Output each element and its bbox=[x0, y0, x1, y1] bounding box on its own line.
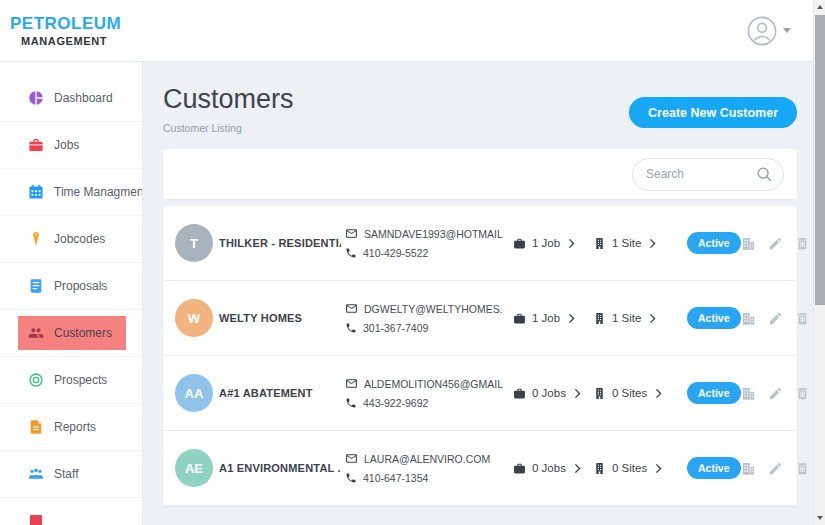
sites-building-action-icon[interactable] bbox=[741, 236, 756, 251]
sidebar-item-dashboard[interactable]: Dashboard bbox=[0, 75, 142, 122]
briefcase-icon bbox=[513, 312, 526, 325]
sites-link[interactable]: 0 Sites bbox=[593, 462, 679, 475]
scrollbar-up-arrow-icon[interactable] bbox=[814, 0, 825, 14]
edit-pencil-icon[interactable] bbox=[768, 311, 783, 326]
row-actions bbox=[741, 311, 810, 326]
building-icon bbox=[593, 387, 606, 400]
phone-icon bbox=[345, 322, 357, 334]
sidebar-item-staff[interactable]: Staff bbox=[0, 451, 142, 498]
jobs-link[interactable]: 1 Job bbox=[513, 237, 585, 250]
calendar-icon bbox=[28, 184, 44, 200]
customer-name: WELTY HOMES bbox=[219, 312, 341, 324]
customer-email: DGWELTY@WELTYHOMES.C... bbox=[364, 303, 503, 315]
scrollbar-thumb[interactable] bbox=[815, 15, 825, 305]
tie-icon bbox=[28, 231, 44, 247]
edit-pencil-icon[interactable] bbox=[768, 386, 783, 401]
phone-icon bbox=[345, 472, 357, 484]
customer-phone: 410-429-5522 bbox=[363, 247, 428, 259]
page-subtitle: Customer Listing bbox=[163, 122, 294, 134]
main-content: Customers Customer Listing Create New Cu… bbox=[143, 62, 813, 525]
envelope-icon bbox=[345, 452, 358, 465]
chevron-right-icon bbox=[649, 313, 656, 324]
status-badge: Active bbox=[687, 457, 741, 479]
customer-name: A1 ENVIRONMENTAL ... bbox=[219, 462, 341, 474]
chevron-right-icon bbox=[574, 463, 581, 474]
sites-link[interactable]: 1 Site bbox=[593, 312, 679, 325]
chevron-right-icon bbox=[655, 463, 662, 474]
sidebar-item-proposals[interactable]: Proposals bbox=[0, 263, 142, 310]
briefcase-icon bbox=[513, 237, 526, 250]
customer-row: AA A#1 ABATEMENT ALDEMOLITION456@GMAIL..… bbox=[163, 356, 797, 431]
customer-contact: DGWELTY@WELTYHOMES.C... 301-367-7409 bbox=[345, 302, 503, 334]
edit-pencil-icon[interactable] bbox=[768, 461, 783, 476]
dashboard-icon bbox=[28, 90, 44, 106]
building-icon bbox=[593, 462, 606, 475]
sites-link[interactable]: 0 Sites bbox=[593, 387, 679, 400]
delete-trash-icon[interactable] bbox=[795, 236, 810, 251]
customer-row: AE A1 ENVIRONMENTAL ... LAURA@ALENVIRO.C… bbox=[163, 431, 797, 506]
row-actions bbox=[741, 386, 810, 401]
sidebar-nav: Dashboard Jobs Time Managment Jobcodes P… bbox=[0, 62, 143, 525]
report-icon bbox=[28, 419, 44, 435]
sidebar-item-jobcodes[interactable]: Jobcodes bbox=[0, 216, 142, 263]
jobs-link[interactable]: 0 Jobs bbox=[513, 462, 585, 475]
jobs-link[interactable]: 0 Jobs bbox=[513, 387, 585, 400]
create-new-customer-button[interactable]: Create New Customer bbox=[629, 97, 797, 128]
envelope-icon bbox=[345, 377, 358, 390]
jobs-link[interactable]: 1 Job bbox=[513, 312, 585, 325]
scrollbar-down-arrow-icon[interactable] bbox=[814, 511, 825, 525]
sidebar-item-jobs[interactable]: Jobs bbox=[0, 122, 142, 169]
caret-down-icon[interactable] bbox=[783, 28, 791, 33]
vertical-scrollbar[interactable] bbox=[813, 0, 825, 525]
sidebar-item-partial[interactable] bbox=[0, 498, 142, 525]
user-menu[interactable] bbox=[747, 16, 791, 46]
chevron-right-icon bbox=[649, 238, 656, 249]
delete-trash-icon[interactable] bbox=[795, 461, 810, 476]
customer-contact: SAMNDAVE1993@HOTMAIL.C... 410-429-5522 bbox=[345, 227, 503, 259]
chevron-right-icon bbox=[574, 388, 581, 399]
search-icon[interactable] bbox=[756, 166, 773, 183]
user-avatar-icon[interactable] bbox=[747, 16, 777, 46]
page-heading-block: Customers Customer Listing bbox=[163, 84, 294, 134]
sites-building-action-icon[interactable] bbox=[741, 461, 756, 476]
sites-building-action-icon[interactable] bbox=[741, 311, 756, 326]
customer-email: SAMNDAVE1993@HOTMAIL.C... bbox=[364, 228, 503, 240]
building-icon bbox=[593, 312, 606, 325]
app-logo: PETROLEUM MANAGEMENT bbox=[10, 14, 121, 47]
briefcase-icon bbox=[28, 137, 44, 153]
customer-email: LAURA@ALENVIRO.COM bbox=[364, 453, 490, 465]
search-toolbar bbox=[163, 149, 797, 199]
chevron-right-icon bbox=[568, 238, 575, 249]
sidebar-item-time-managment[interactable]: Time Managment bbox=[0, 169, 142, 216]
staff-icon bbox=[28, 466, 44, 482]
sidebar-item-prospects[interactable]: Prospects bbox=[0, 357, 142, 404]
grid-icon bbox=[28, 513, 44, 525]
customer-phone: 443-922-9692 bbox=[363, 397, 428, 409]
delete-trash-icon[interactable] bbox=[795, 311, 810, 326]
phone-icon bbox=[345, 397, 357, 409]
sidebar-item-customers[interactable]: Customers bbox=[0, 310, 142, 357]
status-badge: Active bbox=[687, 382, 741, 404]
customer-email: ALDEMOLITION456@GMAIL.... bbox=[364, 378, 503, 390]
customer-contact: LAURA@ALENVIRO.COM 410-647-1354 bbox=[345, 452, 503, 484]
chevron-right-icon bbox=[655, 388, 662, 399]
customer-list: T THILKER - RESIDENTIAL SAMNDAVE1993@HOT… bbox=[163, 206, 797, 506]
users-icon bbox=[28, 325, 44, 341]
document-icon bbox=[28, 278, 44, 294]
envelope-icon bbox=[345, 227, 358, 240]
delete-trash-icon[interactable] bbox=[795, 386, 810, 401]
sites-building-action-icon[interactable] bbox=[741, 386, 756, 401]
customer-avatar: AA bbox=[175, 374, 213, 412]
building-icon bbox=[593, 237, 606, 250]
logo-line-2: MANAGEMENT bbox=[21, 35, 121, 47]
customer-avatar: AE bbox=[175, 449, 213, 487]
top-bar: PETROLEUM MANAGEMENT bbox=[0, 0, 813, 62]
customer-contact: ALDEMOLITION456@GMAIL.... 443-922-9692 bbox=[345, 377, 503, 409]
target-icon bbox=[28, 372, 44, 388]
briefcase-icon bbox=[513, 387, 526, 400]
sidebar-item-reports[interactable]: Reports bbox=[0, 404, 142, 451]
customer-row: T THILKER - RESIDENTIAL SAMNDAVE1993@HOT… bbox=[163, 206, 797, 281]
edit-pencil-icon[interactable] bbox=[768, 236, 783, 251]
page-title: Customers bbox=[163, 84, 294, 115]
sites-link[interactable]: 1 Site bbox=[593, 237, 679, 250]
